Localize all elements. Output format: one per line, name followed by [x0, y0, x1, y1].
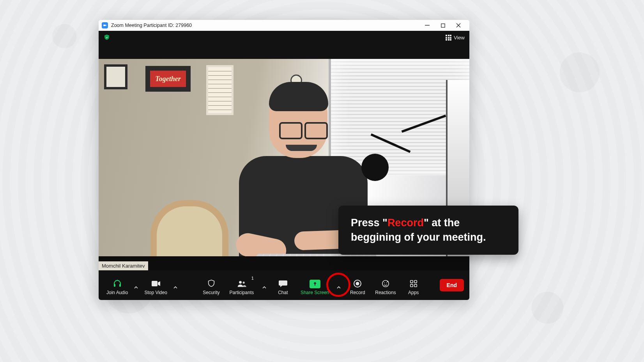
share-screen-button[interactable]: Share Screen [298, 273, 331, 297]
meeting-topbar: View [99, 31, 469, 59]
svg-rect-12 [410, 280, 412, 283]
view-button[interactable]: View [446, 35, 465, 41]
encryption-shield-icon[interactable] [103, 34, 110, 41]
reactions-button[interactable]: Reactions [373, 273, 398, 297]
callout-highlight: Record [387, 217, 424, 229]
smiley-icon [381, 279, 390, 288]
apps-button[interactable]: Apps [402, 273, 425, 297]
svg-rect-0 [425, 25, 430, 25]
apps-icon [409, 279, 418, 288]
video-icon [151, 279, 161, 288]
titlebar: Zoom Meeting Participant ID: 279960 [99, 20, 469, 31]
svg-rect-14 [410, 284, 412, 287]
window-maximize-button[interactable] [435, 20, 451, 31]
people-icon [237, 279, 246, 288]
svg-rect-13 [414, 280, 416, 283]
reactions-label: Reactions [375, 290, 396, 295]
security-button[interactable]: Security [200, 273, 223, 297]
stop-video-label: Stop Video [144, 290, 167, 295]
share-screen-label: Share Screen [301, 290, 329, 295]
share-screen-icon [310, 280, 320, 288]
svg-rect-3 [119, 284, 121, 287]
participant-name-tag: Momchil Karamitev [99, 261, 148, 270]
participants-label: Participants [230, 290, 254, 295]
svg-point-8 [356, 282, 359, 286]
view-label: View [454, 35, 465, 41]
shield-icon [207, 279, 216, 288]
meeting-toolbar: Join Audio Stop Video Security [99, 270, 469, 300]
video-options-caret[interactable] [172, 285, 179, 297]
instruction-callout: Press "Record" at the beggining of your … [338, 206, 518, 255]
zoom-logo-icon [102, 22, 108, 28]
stop-video-button[interactable]: Stop Video [142, 273, 170, 297]
record-label: Record [350, 290, 365, 295]
zoom-window: Zoom Meeting Participant ID: 279960 View [99, 20, 469, 300]
participants-count: 1 [251, 276, 254, 280]
headphones-icon [113, 279, 122, 288]
security-label: Security [203, 290, 219, 295]
svg-point-6 [242, 282, 244, 284]
svg-rect-1 [441, 23, 444, 27]
svg-rect-2 [114, 284, 115, 287]
apps-label: Apps [408, 290, 419, 295]
share-options-caret[interactable] [335, 285, 342, 297]
join-audio-label: Join Audio [106, 290, 128, 295]
wall-frame-text: Together [145, 66, 191, 92]
svg-point-10 [384, 282, 385, 283]
chat-label: Chat [278, 290, 288, 295]
window-title: Zoom Meeting Participant ID: 279960 [111, 23, 416, 28]
record-button[interactable]: Record [346, 273, 369, 297]
callout-pre: Press " [351, 217, 387, 229]
svg-rect-4 [152, 281, 157, 286]
svg-point-11 [386, 282, 387, 283]
grid-view-icon [446, 35, 451, 41]
audio-options-caret[interactable] [133, 285, 140, 297]
window-close-button[interactable] [451, 20, 466, 31]
window-minimize-button[interactable] [419, 20, 435, 31]
participants-button[interactable]: 1 Participants [226, 273, 257, 297]
end-button[interactable]: End [440, 279, 464, 291]
chat-button[interactable]: Chat [272, 273, 294, 297]
chat-icon [278, 279, 288, 288]
participants-options-caret[interactable] [261, 285, 268, 297]
svg-rect-15 [414, 284, 416, 287]
join-audio-button[interactable]: Join Audio [104, 273, 130, 297]
video-area: Together Momchil Karamitev [99, 59, 469, 270]
svg-point-5 [239, 281, 242, 284]
record-icon [353, 279, 362, 288]
